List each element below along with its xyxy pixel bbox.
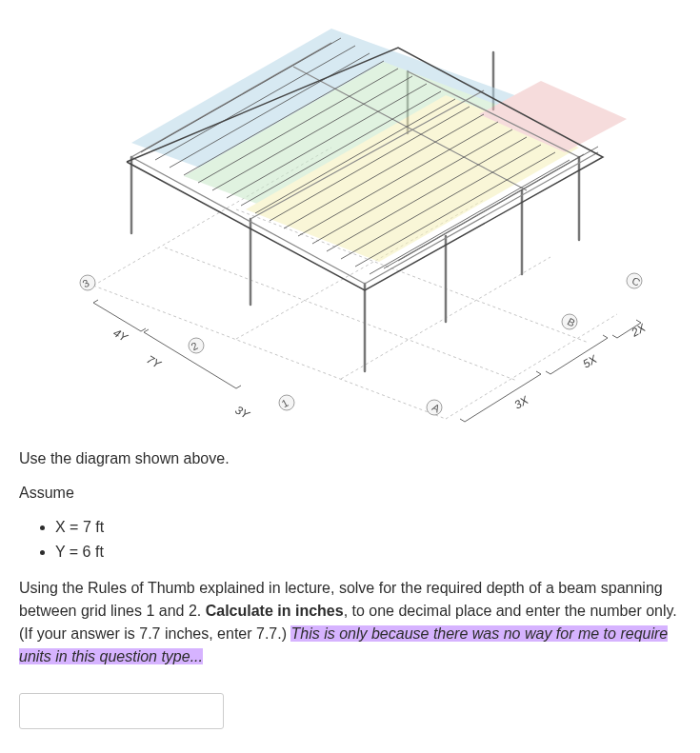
assumption-x: X = 7 ft [55, 516, 681, 539]
assumption-y: Y = 6 ft [55, 541, 681, 564]
question-body: Use the diagram shown above. Assume X = … [19, 447, 681, 668]
svg-line-0 [93, 286, 446, 419]
dim-7y: 7Y [144, 352, 164, 371]
answer-input[interactable] [19, 693, 224, 729]
svg-line-1 [165, 248, 517, 381]
intro-text: Use the diagram shown above. [19, 447, 681, 470]
dim-5x: 5X [580, 352, 600, 371]
dim-3x: 3X [511, 393, 531, 412]
question-text: Using the Rules of Thumb explained in le… [19, 577, 681, 668]
dim-3y: 3Y [232, 403, 252, 422]
structural-diagram: 3 2 1 A B C 4Y [46, 19, 655, 428]
dim-2x: 2X [628, 321, 648, 340]
question-bold: Calculate in inches [206, 603, 344, 619]
assumptions-list: X = 7 ft Y = 6 ft [19, 516, 681, 564]
dim-4y: 4Y [110, 326, 130, 345]
diagram-container: 3 2 1 A B C 4Y [19, 19, 681, 428]
assume-label: Assume [19, 482, 681, 505]
